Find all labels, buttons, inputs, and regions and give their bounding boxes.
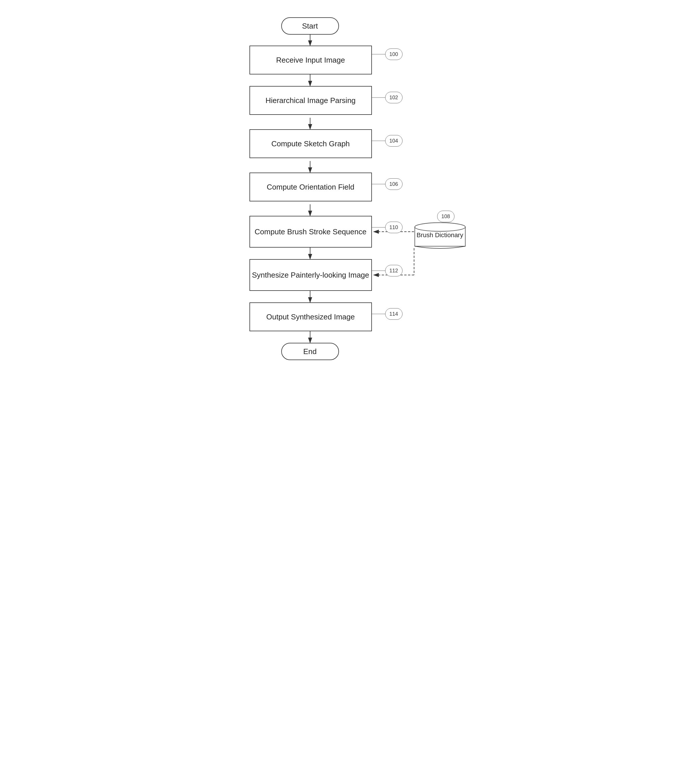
- svg-point-21: [414, 223, 465, 231]
- cloud-110: 110: [385, 222, 403, 233]
- receive-input-box: Receive Input Image: [249, 46, 372, 74]
- end-node: End: [281, 343, 339, 360]
- cloud-100: 100: [385, 48, 403, 60]
- cloud-104: 104: [385, 135, 403, 147]
- brush-stroke-box: Compute Brush Stroke Sequence: [249, 216, 372, 247]
- sketch-graph-box: Compute Sketch Graph: [249, 129, 372, 158]
- cloud-106: 106: [385, 178, 403, 190]
- start-node: Start: [281, 17, 339, 35]
- cloud-114: 114: [385, 308, 403, 320]
- brush-dictionary-label: Brush Dictionary: [411, 231, 469, 239]
- output-box: Output Synthesized Image: [249, 302, 372, 331]
- orientation-box: Compute Orientation Field: [249, 173, 372, 201]
- cloud-112: 112: [385, 265, 403, 277]
- cloud-102: 102: [385, 92, 403, 103]
- synthesize-box: Synthesize Painterly-looking Image: [249, 259, 372, 291]
- brush-dictionary-node: Brush Dictionary: [408, 219, 472, 254]
- flowchart-diagram: Start Receive Input Image 100 Hierarchic…: [218, 12, 477, 329]
- hierarchical-box: Hierarchical Image Parsing: [249, 86, 372, 115]
